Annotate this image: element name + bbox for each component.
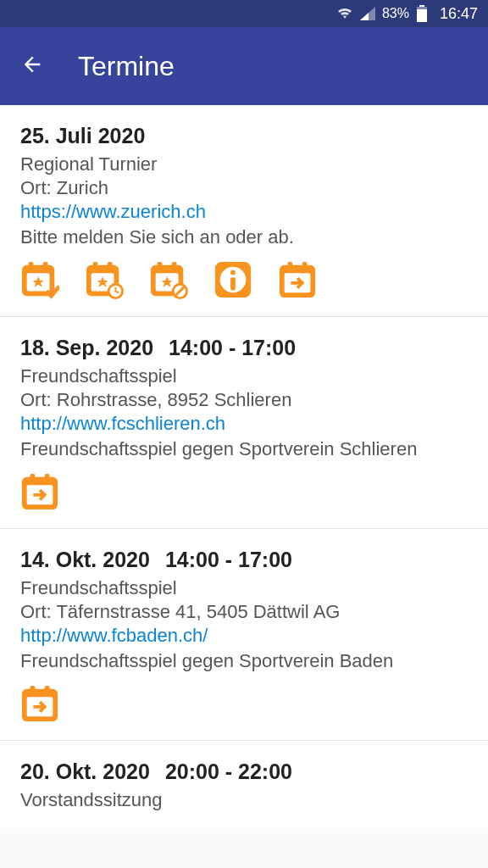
- event-link[interactable]: http://www.fcbaden.ch/: [20, 625, 468, 647]
- calendar-star-cancel-icon[interactable]: [149, 260, 188, 299]
- event-time: 14:00 - 17:00: [165, 548, 292, 572]
- event-location: Ort: Zurich: [20, 177, 468, 199]
- event-title: Vorstandssitzung: [20, 789, 468, 811]
- event-title: Freundschaftsspiel: [20, 577, 468, 599]
- svg-point-22: [230, 270, 236, 275]
- event-location: Ort: Rohrstrasse, 8952 Schlieren: [20, 389, 468, 411]
- event-title: Freundschaftsspiel: [20, 365, 468, 387]
- back-button[interactable]: [20, 53, 44, 80]
- calendar-export-icon[interactable]: [20, 472, 59, 511]
- calendar-star-clock-icon[interactable]: [85, 260, 124, 299]
- event-item[interactable]: 20. Okt. 2020 20:00 - 22:00 Vorstandssit…: [0, 741, 488, 828]
- status-bar: 83% 16:47: [0, 0, 488, 27]
- svg-rect-0: [419, 5, 424, 7]
- event-note: Freundschaftsspiel gegen Sportverein Sch…: [20, 438, 468, 460]
- info-icon[interactable]: [214, 260, 252, 299]
- svg-rect-2: [417, 9, 427, 22]
- page-title: Termine: [78, 51, 175, 82]
- event-item[interactable]: 25. Juli 2020 Regional Turnier Ort: Zuri…: [0, 105, 488, 317]
- svg-rect-23: [230, 277, 236, 290]
- event-time: 14:00 - 17:00: [169, 336, 296, 360]
- event-date: 25. Juli 2020: [20, 124, 145, 148]
- svg-rect-15: [158, 262, 163, 270]
- action-icons: [20, 260, 468, 299]
- event-date: 18. Sep. 2020: [20, 336, 153, 360]
- event-location: Ort: Täfernstrasse 41, 5405 Dättwil AG: [20, 601, 468, 623]
- event-date: 14. Okt. 2020: [20, 548, 150, 572]
- svg-rect-30: [30, 474, 36, 482]
- svg-rect-9: [93, 262, 98, 270]
- battery-percent: 83%: [382, 6, 409, 21]
- events-list: 25. Juli 2020 Regional Turnier Ort: Zuri…: [0, 105, 488, 828]
- svg-rect-16: [172, 262, 177, 270]
- action-icons: [20, 684, 468, 723]
- svg-rect-5: [29, 262, 34, 270]
- event-link[interactable]: http://www.fcschlieren.ch: [20, 413, 468, 435]
- svg-rect-27: [302, 262, 308, 270]
- calendar-export-icon[interactable]: [20, 684, 59, 723]
- event-item[interactable]: 18. Sep. 2020 14:00 - 17:00 Freundschaft…: [0, 317, 488, 529]
- svg-rect-26: [288, 262, 293, 270]
- event-title: Regional Turnier: [20, 153, 468, 175]
- action-icons: [20, 472, 468, 511]
- event-note: Freundschaftsspiel gegen Sportverein Bad…: [20, 650, 468, 672]
- app-bar: Termine: [0, 27, 488, 105]
- signal-icon: [360, 7, 375, 20]
- status-time: 16:47: [440, 5, 478, 23]
- wifi-icon: [336, 7, 353, 20]
- calendar-export-icon[interactable]: [278, 260, 317, 299]
- battery-icon: [416, 5, 428, 22]
- event-date: 20. Okt. 2020: [20, 760, 150, 784]
- event-item[interactable]: 14. Okt. 2020 14:00 - 17:00 Freundschaft…: [0, 529, 488, 741]
- event-note: Bitte melden Sie sich an oder ab.: [20, 226, 468, 248]
- calendar-star-check-icon[interactable]: [20, 260, 59, 299]
- svg-rect-6: [43, 262, 48, 270]
- svg-rect-35: [45, 686, 50, 694]
- svg-rect-10: [108, 262, 113, 270]
- event-time: 20:00 - 22:00: [165, 760, 292, 784]
- event-link[interactable]: https://www.zuerich.ch: [20, 201, 468, 223]
- svg-rect-31: [45, 474, 50, 482]
- svg-rect-34: [30, 686, 36, 694]
